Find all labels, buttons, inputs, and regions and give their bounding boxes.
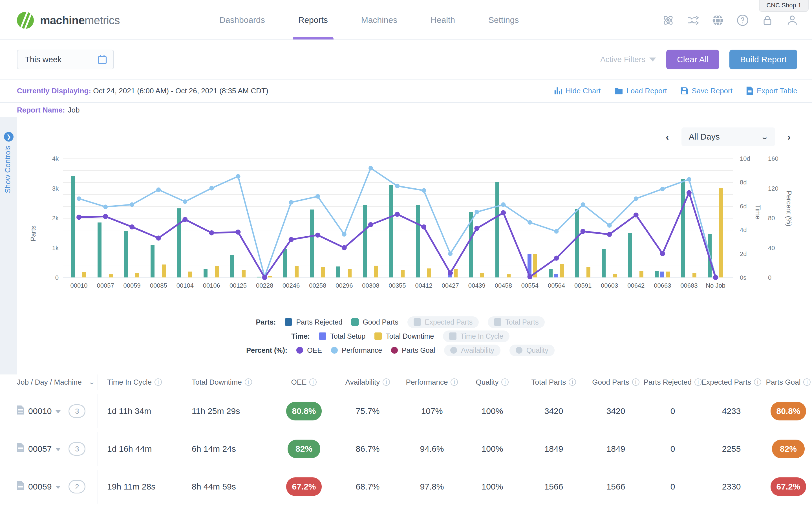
point-performance[interactable]	[581, 203, 585, 207]
column-header-expected-parts[interactable]: Expected Partsi	[700, 378, 762, 387]
point-performance[interactable]	[448, 251, 453, 256]
point-oee[interactable]	[474, 226, 479, 231]
nav-item-settings[interactable]: Settings	[485, 1, 522, 40]
column-header-availability[interactable]: Availabilityi	[335, 378, 400, 387]
point-performance[interactable]	[236, 174, 240, 178]
column-header-parts-rejected[interactable]: Parts Rejectedi	[645, 378, 700, 387]
point-performance[interactable]	[554, 229, 559, 233]
point-oee[interactable]	[236, 230, 241, 235]
export-table-link[interactable]: Export Table	[746, 87, 797, 95]
machinemetrics-logo[interactable]: machinemetrics	[16, 11, 120, 30]
atom-icon[interactable]	[662, 14, 675, 26]
point-oee[interactable]	[448, 270, 453, 276]
column-header-oee[interactable]: OEEi	[273, 378, 335, 387]
point-oee[interactable]	[581, 229, 586, 234]
machine-count-badge[interactable]: 3	[68, 404, 85, 418]
legend-item-availability[interactable]: Availability	[444, 345, 501, 356]
point-oee[interactable]	[660, 251, 665, 256]
point-oee[interactable]	[554, 256, 559, 261]
legend-item-quality[interactable]: Quality	[510, 345, 555, 356]
point-performance[interactable]	[634, 196, 638, 201]
point-oee[interactable]	[368, 222, 373, 227]
shuffle-icon[interactable]	[687, 14, 699, 26]
info-icon[interactable]: i	[309, 379, 316, 386]
info-icon[interactable]: i	[754, 379, 761, 386]
column-header-total-parts[interactable]: Total Partsi	[521, 378, 586, 387]
help-icon[interactable]	[737, 14, 749, 26]
point-performance[interactable]	[315, 194, 320, 199]
expand-job-caret-icon[interactable]	[56, 486, 61, 489]
point-oee[interactable]	[501, 210, 506, 215]
column-header-good-parts[interactable]: Good Partsi	[586, 378, 645, 387]
column-header-quality[interactable]: Qualityi	[464, 378, 521, 387]
nav-item-machines[interactable]: Machines	[358, 1, 401, 40]
info-icon[interactable]: i	[451, 379, 458, 386]
info-icon[interactable]: i	[569, 379, 576, 386]
workspace-tab[interactable]: CNC Shop 1	[759, 0, 809, 12]
point-oee[interactable]	[713, 275, 718, 280]
table-row-job-00010[interactable]: 0001031d 11h 34m11h 25m 29s80.8%75.7%107…	[8, 394, 812, 428]
point-oee[interactable]	[209, 230, 214, 235]
point-oee[interactable]	[634, 212, 639, 217]
point-performance[interactable]	[130, 203, 134, 207]
legend-item-time-in-cycle[interactable]: Time In Cycle	[443, 331, 510, 342]
column-header-total-downtime[interactable]: Total Downtimei	[183, 378, 273, 387]
date-range-picker[interactable]: This week	[17, 50, 114, 69]
active-filters-dropdown[interactable]: Active Filters	[600, 55, 656, 64]
point-oee[interactable]	[182, 217, 187, 222]
point-oee[interactable]	[103, 214, 108, 219]
nav-item-reports[interactable]: Reports	[295, 1, 331, 40]
info-icon[interactable]: i	[632, 379, 639, 386]
point-oee[interactable]	[129, 224, 134, 230]
point-performance[interactable]	[368, 166, 373, 170]
next-day-arrow[interactable]: ›	[788, 131, 791, 143]
info-icon[interactable]: i	[383, 379, 390, 386]
point-oee[interactable]	[76, 215, 81, 220]
info-icon[interactable]: i	[501, 379, 509, 386]
point-oee[interactable]	[687, 190, 692, 195]
legend-item-oee[interactable]: OEE	[296, 346, 322, 354]
point-oee[interactable]	[421, 224, 426, 230]
point-oee[interactable]	[395, 212, 400, 217]
expand-job-caret-icon[interactable]	[56, 448, 61, 451]
point-performance[interactable]	[421, 188, 426, 192]
point-performance[interactable]	[660, 187, 665, 191]
build-report-button[interactable]: Build Report	[730, 50, 797, 69]
machine-count-badge[interactable]: 3	[68, 442, 85, 456]
legend-item-parts-rejected[interactable]: Parts Rejected	[285, 318, 342, 326]
point-oee[interactable]	[607, 232, 612, 237]
legend-item-total-downtime[interactable]: Total Downtime	[374, 332, 434, 340]
point-performance[interactable]	[209, 186, 214, 190]
point-oee[interactable]	[156, 235, 161, 240]
legend-item-performance[interactable]: Performance	[331, 346, 382, 354]
expand-controls-icon[interactable]: ❯	[4, 132, 13, 142]
day-selector-dropdown[interactable]: All Days ⌄	[682, 127, 775, 146]
show-controls-toggle[interactable]: Show Controls	[3, 146, 13, 252]
legend-item-total-parts[interactable]: Total Parts	[488, 317, 545, 328]
globe-icon[interactable]	[712, 14, 724, 26]
clear-all-button[interactable]: Clear All	[666, 50, 719, 69]
point-performance[interactable]	[289, 200, 293, 205]
info-icon[interactable]: i	[155, 379, 162, 386]
table-row-job-00059[interactable]: 00059219h 11m 28s8h 44m 59s67.2%68.7%97.…	[8, 470, 812, 504]
column-header-time-in-cycle[interactable]: Time In Cyclei	[98, 378, 183, 387]
user-icon[interactable]	[786, 14, 799, 26]
point-performance[interactable]	[183, 200, 187, 204]
point-oee[interactable]	[262, 275, 267, 280]
point-oee[interactable]	[315, 233, 320, 238]
column-header-performance[interactable]: Performancei	[400, 378, 464, 387]
point-performance[interactable]	[77, 196, 81, 201]
load-report-link[interactable]: Load Report	[614, 87, 667, 95]
point-oee[interactable]	[527, 274, 532, 279]
save-report-link[interactable]: Save Report	[680, 87, 733, 95]
column-header-job-day-machine[interactable]: Job / Day / Machine⌄	[8, 375, 98, 390]
point-performance[interactable]	[156, 187, 161, 192]
combo-chart-plot[interactable]	[63, 159, 733, 277]
lock-icon[interactable]	[761, 14, 774, 26]
prev-day-arrow[interactable]: ‹	[666, 131, 669, 143]
point-oee[interactable]	[342, 245, 347, 250]
legend-item-expected-parts[interactable]: Expected Parts	[407, 317, 479, 328]
point-performance[interactable]	[395, 184, 400, 188]
info-icon[interactable]: i	[803, 379, 811, 386]
column-header-parts-goal[interactable]: Parts Goali	[762, 378, 812, 387]
